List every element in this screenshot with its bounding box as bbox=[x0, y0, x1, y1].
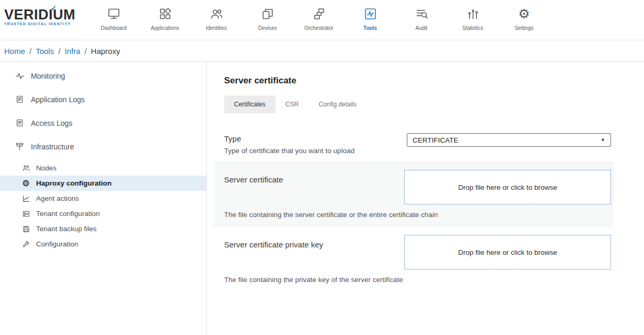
type-label-block: Type Type of certificate that you want t… bbox=[224, 133, 354, 155]
breadcrumb-separator: / bbox=[29, 47, 31, 56]
main-nav: Dashboard Applications Identities Device… bbox=[88, 0, 550, 31]
document-icon bbox=[15, 94, 25, 104]
type-label: Type bbox=[224, 133, 354, 143]
server-stack-icon bbox=[21, 209, 31, 219]
devices-icon bbox=[261, 6, 275, 21]
nav-label: Settings bbox=[515, 25, 534, 31]
dashboard-icon bbox=[107, 6, 121, 21]
breadcrumb-separator: / bbox=[84, 47, 86, 56]
sidebar-item-label: Access Logs bbox=[31, 119, 72, 127]
orchestrator-icon bbox=[312, 6, 326, 21]
sidebar-item-access-logs[interactable]: Access Logs bbox=[0, 111, 206, 135]
sidebar-item-monitoring[interactable]: Monitoring bbox=[0, 64, 206, 88]
nav-label: Dashboard bbox=[101, 25, 127, 31]
chevron-down-icon: ▼ bbox=[601, 137, 605, 143]
sidebar-item-haproxy-configuration[interactable]: ⚙ Haproxy configuration bbox=[0, 176, 206, 191]
sidebar-item-label: Tenant backup files bbox=[36, 225, 97, 233]
nav-item-audit[interactable]: Audit bbox=[396, 6, 447, 31]
tab-csr[interactable]: CSR bbox=[275, 95, 308, 113]
statistics-icon bbox=[466, 6, 480, 21]
wrench-icon bbox=[21, 239, 31, 249]
breadcrumb-home[interactable]: Home bbox=[4, 47, 25, 56]
breadcrumb-infra[interactable]: Infra bbox=[64, 47, 80, 56]
nav-item-identities[interactable]: Identities bbox=[191, 6, 242, 31]
sidebar-item-nodes[interactable]: Nodes bbox=[0, 160, 206, 176]
sidebar-item-application-logs[interactable]: Application Logs bbox=[0, 88, 206, 111]
server-certificate-dropzone[interactable]: Drop file here or click to browse bbox=[404, 170, 611, 204]
nav-label: Applications bbox=[151, 25, 179, 31]
page-title: Server certificate bbox=[224, 75, 644, 86]
veridium-logo: VERIDIUM ✓ TRUSTED DIGITAL IDENTITY bbox=[0, 0, 88, 26]
sidebar-item-agent-actions[interactable]: Agent actions bbox=[0, 191, 206, 206]
nav-label: Orchestrator bbox=[304, 25, 334, 31]
save-disk-icon bbox=[21, 224, 31, 234]
type-select[interactable]: CERTIFICATE ▼ bbox=[407, 133, 611, 147]
nav-label: Devices bbox=[258, 25, 277, 31]
nodes-people-icon bbox=[21, 163, 31, 173]
sidebar-item-infrastructure[interactable]: Infrastructure bbox=[0, 135, 206, 158]
nav-label: Audit bbox=[416, 25, 428, 31]
sidebar-item-tenant-backup-files[interactable]: Tenant backup files bbox=[0, 221, 206, 236]
tabs: Certificates CSR Config details bbox=[224, 95, 644, 113]
top-navigation: VERIDIUM ✓ TRUSTED DIGITAL IDENTITY Dash… bbox=[0, 0, 644, 40]
sidebar-item-label: Agent actions bbox=[36, 194, 79, 202]
breadcrumb-haproxy: Haproxy bbox=[91, 47, 120, 56]
sidebar-item-label: Tenant configuration bbox=[36, 210, 100, 218]
private-key-row: Server certificate private key Drop file… bbox=[214, 226, 614, 291]
dropzone-text: Drop file here or click to browse bbox=[458, 248, 557, 256]
monitoring-pulse-icon bbox=[15, 71, 25, 81]
tab-config-details[interactable]: Config details bbox=[308, 95, 367, 113]
certificate-form: Type Type of certificate that you want t… bbox=[214, 127, 614, 291]
tab-certificates[interactable]: Certificates bbox=[224, 95, 275, 113]
breadcrumb-separator: / bbox=[58, 47, 60, 56]
server-certificate-row: Server certificate Drop file here or cli… bbox=[214, 162, 614, 226]
sidebar-item-label: Application Logs bbox=[31, 95, 85, 104]
type-select-value: CERTIFICATE bbox=[413, 136, 458, 144]
gear-icon: ⚙ bbox=[21, 178, 31, 188]
type-help: Type of certificate that you want to upl… bbox=[224, 147, 354, 155]
logo-check-icon: ✓ bbox=[51, 4, 57, 12]
main-panel: Server certificate Certificates CSR Conf… bbox=[214, 62, 644, 334]
nav-item-devices[interactable]: Devices bbox=[242, 6, 293, 31]
line-chart-icon bbox=[21, 193, 31, 203]
nav-item-settings[interactable]: ⚙ Settings bbox=[498, 6, 550, 31]
identities-icon bbox=[209, 6, 224, 21]
sidebar-item-label: Infrastructure bbox=[31, 143, 74, 151]
breadcrumb-tools[interactable]: Tools bbox=[36, 47, 54, 56]
nav-item-tools[interactable]: Tools bbox=[345, 6, 396, 31]
sidebar-item-tenant-configuration[interactable]: Tenant configuration bbox=[0, 206, 206, 221]
settings-gear-icon: ⚙ bbox=[518, 6, 530, 21]
sidebar-item-label: Monitoring bbox=[31, 72, 65, 80]
sidebar-item-label: Nodes bbox=[36, 164, 57, 172]
sidebar-item-label: Haproxy configuration bbox=[36, 179, 112, 187]
logo-tagline: TRUSTED DIGITAL IDENTITY bbox=[4, 22, 88, 26]
content-area: Monitoring Application Logs Access Logs … bbox=[0, 62, 644, 334]
private-key-help: The file containing the private key of t… bbox=[224, 276, 611, 284]
nav-item-applications[interactable]: Applications bbox=[139, 6, 191, 31]
audit-icon bbox=[415, 6, 429, 21]
nav-label: Identities bbox=[206, 25, 227, 31]
logo-text: VERIDIUM bbox=[4, 8, 88, 21]
infrastructure-icon bbox=[15, 142, 25, 152]
nav-label: Tools bbox=[363, 25, 377, 31]
server-certificate-label: Server certificate bbox=[224, 170, 283, 184]
private-key-dropzone[interactable]: Drop file here or click to browse bbox=[404, 235, 611, 269]
nav-item-orchestrator[interactable]: Orchestrator bbox=[293, 6, 345, 31]
sidebar-item-label: Configuration bbox=[36, 240, 78, 248]
nav-item-dashboard[interactable]: Dashboard bbox=[88, 6, 139, 31]
applications-icon bbox=[158, 6, 172, 21]
private-key-label: Server certificate private key bbox=[224, 235, 323, 249]
type-row: Type Type of certificate that you want t… bbox=[214, 127, 614, 162]
tools-icon bbox=[363, 6, 377, 21]
nav-label: Statistics bbox=[462, 25, 483, 31]
server-certificate-help: The file containing the server certifica… bbox=[224, 211, 611, 219]
breadcrumb: Home / Tools / Infra / Haproxy bbox=[0, 40, 644, 62]
nav-item-statistics[interactable]: Statistics bbox=[447, 6, 498, 31]
sidebar-item-configuration[interactable]: Configuration bbox=[0, 236, 206, 252]
dropzone-text: Drop file here or click to browse bbox=[458, 183, 557, 191]
sidebar: Monitoring Application Logs Access Logs … bbox=[0, 62, 207, 334]
document-icon bbox=[15, 118, 25, 128]
